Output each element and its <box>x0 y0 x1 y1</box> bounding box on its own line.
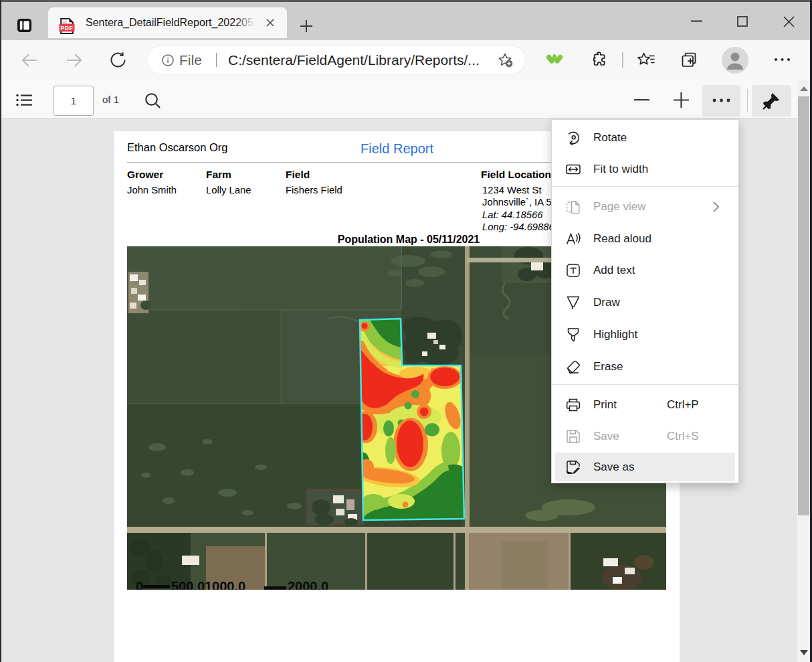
svg-text:PDF: PDF <box>61 25 74 31</box>
svg-text:1000.0: 1000.0 <box>205 579 245 590</box>
svg-text:0: 0 <box>136 579 143 590</box>
svg-text:2000.0: 2000.0 <box>288 579 328 590</box>
svg-text:500.0: 500.0 <box>171 579 205 590</box>
